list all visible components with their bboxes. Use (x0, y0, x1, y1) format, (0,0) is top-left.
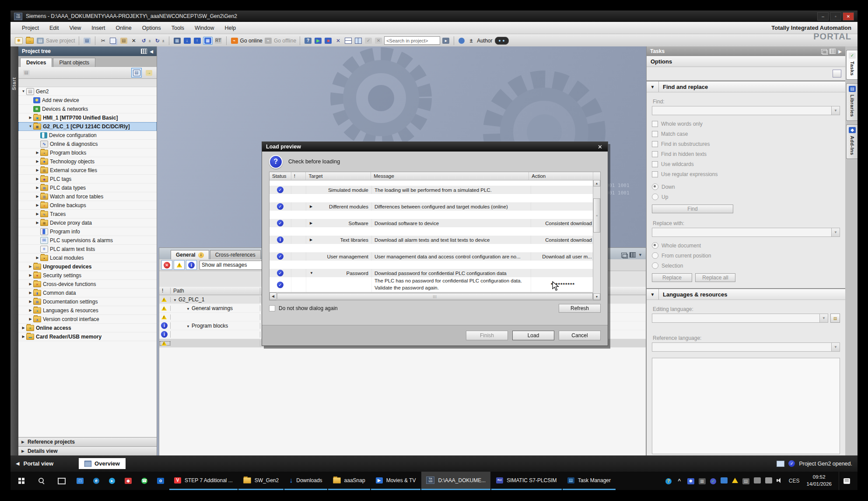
edge-button[interactable]: e (89, 472, 104, 490)
print-icon[interactable]: ▤ (83, 37, 91, 44)
search-button[interactable] (32, 472, 52, 490)
outlook-button[interactable]: o (153, 472, 168, 490)
tree-item-add-new-device[interactable]: ✱Add new device (18, 96, 157, 105)
taskbar-app-simatic-s7-plcsim[interactable]: PLCSIMATIC S7-PLCSIM (491, 472, 561, 490)
whatsapp-button[interactable]: ☎ (137, 472, 152, 490)
horizontal-scrollbar[interactable]: ◀ ||| ▶ (270, 292, 600, 300)
radio-down[interactable]: Down (652, 182, 840, 192)
tree-item-ungrouped-devices[interactable]: ▶▭Ungrouped devices (18, 262, 157, 271)
tree-item-g2-plc-1-cpu-1214c-dc-dc-rly[interactable]: ▼▦G2_PLC_1 [CPU 1214C DC/DC/Rly] (18, 122, 157, 131)
checkbox-use-wildcards[interactable]: Use wildcards (652, 159, 840, 169)
collapse-icon[interactable]: ▼ (310, 271, 313, 275)
refresh-button[interactable]: Refresh (559, 304, 601, 313)
menu-edit[interactable]: Edit (44, 24, 64, 32)
telegram-button[interactable]: ▸ (105, 472, 119, 490)
go-online-label[interactable]: Go online (240, 38, 262, 44)
column-path[interactable]: Path (171, 288, 260, 294)
checkbox-icon[interactable] (652, 141, 658, 147)
checkbox-icon[interactable] (652, 171, 658, 177)
user-dropdown-icon[interactable]: ± (467, 37, 476, 44)
taskbar-app-step-7-additional[interactable]: VSTEP 7 Additional ... (169, 472, 238, 490)
taskbar-app-sw-gen2[interactable]: SW_Gen2 (238, 472, 284, 490)
tree-item-plc-data-types[interactable]: ▶▤PLC data types (18, 183, 157, 192)
tree-item-documentation-settings[interactable]: ▶▤Documentation settings (18, 297, 157, 306)
footer-bar-reference-projects[interactable]: ▶Reference projects (18, 437, 157, 446)
tree-item-plc-tags[interactable]: ▶◆PLC tags (18, 175, 157, 183)
tree-item-cross-device-functions[interactable]: ▶✕Cross-device functions (18, 280, 157, 289)
cancel-button[interactable]: Cancel (559, 331, 601, 340)
tree-item-languages-resources[interactable]: ▶●Languages & resources (18, 306, 157, 315)
tree-expand-icon[interactable]: ▶ (28, 273, 33, 277)
menu-help[interactable]: Help (219, 24, 241, 32)
editing-language-dropdown-icon[interactable]: ▼ (819, 314, 828, 322)
language-settings-icon[interactable]: ▤ (830, 314, 840, 323)
upload-from-device-icon[interactable]: ↑ (193, 37, 202, 44)
redo-icon[interactable]: ↻± (153, 37, 165, 44)
tree-expand-icon[interactable]: ▶ (35, 221, 40, 225)
display-button[interactable] (721, 477, 728, 485)
vertical-scroll-thumb[interactable]: ≡ (593, 198, 600, 233)
languages-resources-header[interactable]: ▼ Languages & resources (647, 288, 845, 300)
radio-icon[interactable] (652, 252, 658, 259)
side-tab-tasks[interactable]: ✓Tasks (846, 50, 858, 80)
tree-item-local-modules[interactable]: ▶▪Local modules (18, 254, 157, 262)
checkbox-icon[interactable] (652, 131, 658, 137)
collapse-panel-icon[interactable]: ◀ (150, 49, 153, 54)
expand-panel-icon[interactable]: ▶ (838, 49, 842, 54)
go-offline-label[interactable]: Go offline (274, 38, 296, 44)
compile-icon[interactable]: ▦ (173, 37, 182, 44)
horizontal-scroll-thumb[interactable]: ||| (277, 293, 593, 300)
tree-item-card-reader-usb-memory[interactable]: ▶▬Card Reader/USB memory (18, 332, 157, 341)
copy-icon[interactable] (109, 37, 118, 44)
settings-app-button[interactable]: ✱ (687, 478, 694, 484)
tree-expand-icon[interactable]: ▶ (28, 265, 33, 268)
go-offline-icon[interactable]: ⌁ (264, 37, 273, 44)
tree-item-version-control-interface[interactable]: ▶▲Version control interface (18, 315, 157, 324)
taskbar-app-task-manager[interactable]: ▤Task Manager (563, 472, 616, 490)
tree-item-traces[interactable]: ▶∿Traces (18, 210, 157, 219)
reference-language-select[interactable]: ▼ (652, 342, 840, 352)
taskbar-app-d-aaa-dokume[interactable]: TIAV20D:\AAA_DOKUME... (421, 472, 490, 490)
checkbox-match-case[interactable]: Match case (652, 129, 840, 139)
checkbox-use-regular-expressions[interactable]: Use regular expressions (652, 169, 840, 179)
password-mask-cell[interactable]: ********** (531, 277, 596, 292)
save-project-label[interactable]: Save project (46, 38, 75, 44)
tree-expand-icon[interactable]: ▶ (28, 308, 33, 312)
maximize-section-icon[interactable] (833, 70, 841, 78)
delete-icon[interactable]: ✕ (130, 37, 138, 44)
close-button[interactable]: ✕ (843, 12, 854, 21)
maximize-button[interactable]: ▫ (830, 12, 841, 21)
expand-icon[interactable]: ▶ (310, 205, 312, 208)
keep-layout-icon[interactable]: ✓ (364, 37, 373, 44)
tree-expand-icon[interactable]: ▶ (35, 177, 40, 181)
tree-item-watch-and-force-tables[interactable]: ▶▥Watch and force tables (18, 192, 157, 201)
assistant-icon[interactable] (494, 36, 510, 45)
menu-options[interactable]: Options (137, 24, 166, 32)
start-button[interactable] (11, 472, 32, 490)
tab-cross-references[interactable]: Cross-references (210, 250, 261, 259)
tree-item-device-configuration[interactable]: ▋Device configuration (18, 131, 157, 140)
save-project-icon[interactable]: ▤ (36, 37, 45, 44)
tree-item-common-data[interactable]: ▶▮Common data (18, 289, 157, 297)
filter-errors-button[interactable]: ✕ (161, 260, 172, 270)
row-action-cell[interactable]: Consistent download (531, 236, 596, 244)
keyboard-language[interactable]: CES (789, 478, 800, 484)
tree-expand-icon[interactable]: ▶ (35, 151, 40, 155)
author-label[interactable]: Author (477, 38, 492, 44)
checkbox-icon[interactable] (652, 121, 658, 127)
replace-button[interactable]: Replace (652, 273, 692, 282)
start-simulation-icon[interactable]: ▦ (203, 37, 213, 45)
tree-expand-icon[interactable]: ▶ (28, 300, 33, 303)
tree-item-online-access[interactable]: ▶⌗Online access (18, 324, 157, 332)
side-tab-libraries[interactable]: ▤Libraries (846, 83, 858, 121)
radio-icon[interactable] (652, 262, 658, 269)
tree-item-plc-supervisions-alarms[interactable]: ✉PLC supervisions & alarms (18, 236, 157, 245)
column-target[interactable]: Target (306, 172, 371, 180)
tree-expand-icon[interactable]: ▶ (21, 326, 26, 330)
portal-view-button[interactable]: ◀ Portal view (16, 460, 53, 467)
tray-expand-button[interactable]: ^ (676, 478, 683, 484)
tile-view-icon[interactable] (141, 49, 147, 54)
export-list-icon[interactable]: → (144, 68, 154, 78)
photos-button[interactable]: □ (72, 472, 88, 490)
teams-button[interactable]: ✓ (710, 478, 716, 484)
